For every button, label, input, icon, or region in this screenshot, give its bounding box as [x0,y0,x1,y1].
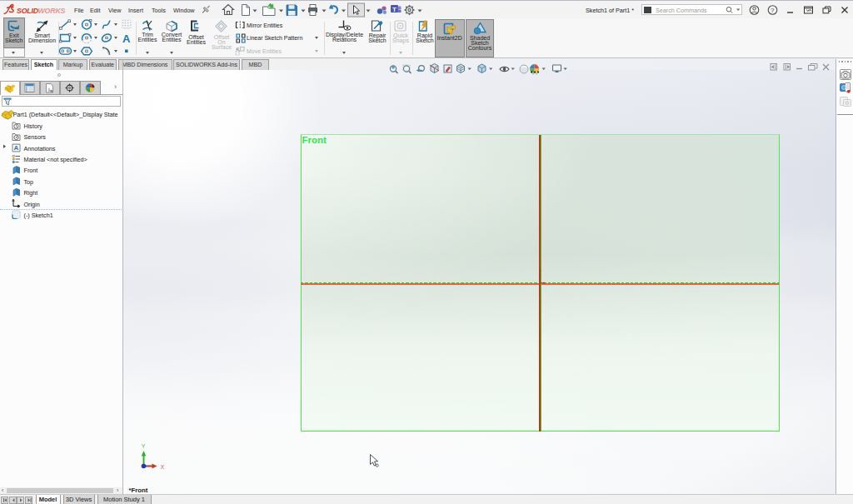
svg-text:Y: Y [142,443,146,449]
svg-text:T: T [392,6,397,13]
svg-text:X: X [161,464,165,470]
svg-text:?: ? [771,7,775,14]
svg-text:A: A [122,32,131,45]
svg-text:A: A [14,144,19,152]
